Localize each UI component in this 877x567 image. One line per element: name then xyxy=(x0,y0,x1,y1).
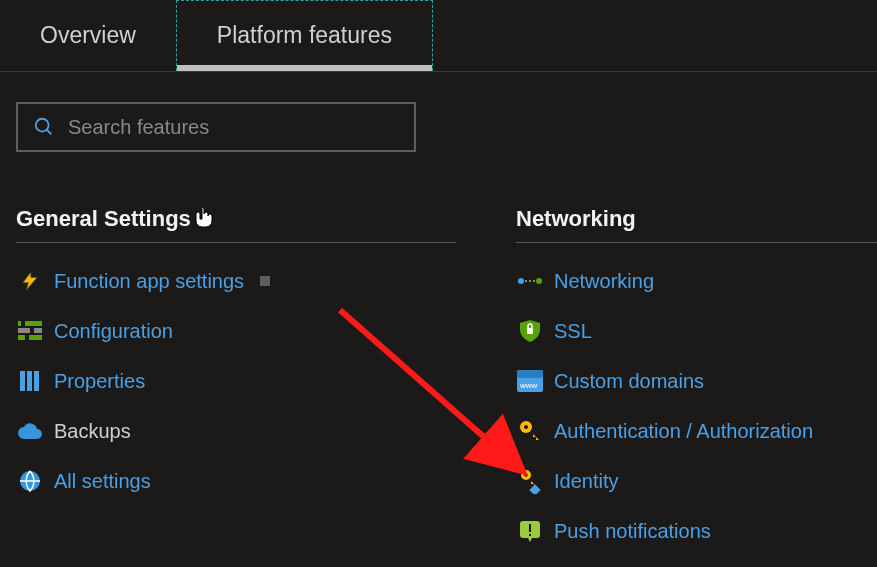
svg-line-1 xyxy=(47,130,52,135)
svg-point-21 xyxy=(524,473,528,477)
link-ssl[interactable]: SSL xyxy=(516,317,877,345)
svg-point-0 xyxy=(36,119,49,132)
link-networking[interactable]: Networking xyxy=(516,267,877,295)
link-configuration[interactable]: Configuration xyxy=(16,317,456,345)
svg-rect-14 xyxy=(527,328,533,334)
svg-point-12 xyxy=(518,278,524,284)
svg-rect-22 xyxy=(529,484,540,494)
link-all-settings[interactable]: All settings xyxy=(16,467,456,495)
link-properties[interactable]: Properties xyxy=(16,367,456,395)
link-label: Identity xyxy=(554,470,618,493)
link-identity[interactable]: Identity xyxy=(516,467,877,495)
cloud-icon xyxy=(16,417,44,445)
key-icon xyxy=(516,417,544,445)
configuration-icon xyxy=(16,317,44,345)
general-settings-heading-text: General Settings xyxy=(16,206,191,232)
link-label: All settings xyxy=(54,470,151,493)
svg-rect-16 xyxy=(517,370,543,378)
svg-rect-7 xyxy=(25,335,29,340)
link-label: Custom domains xyxy=(554,370,704,393)
link-authentication-authorization[interactable]: Authentication / Authorization xyxy=(516,417,877,445)
search-box[interactable] xyxy=(16,102,416,152)
svg-rect-9 xyxy=(27,371,32,391)
tab-overview-label: Overview xyxy=(40,22,136,49)
section-networking: Networking Networking SSL xyxy=(516,206,877,545)
svg-point-19 xyxy=(524,425,528,429)
tab-overview[interactable]: Overview xyxy=(0,0,176,71)
browser-icon: www xyxy=(516,367,544,395)
svg-rect-10 xyxy=(34,371,39,391)
svg-rect-8 xyxy=(20,371,25,391)
link-label: Properties xyxy=(54,370,145,393)
lightning-icon xyxy=(16,267,44,295)
network-icon xyxy=(516,267,544,295)
networking-heading-text: Networking xyxy=(516,206,636,232)
link-custom-domains[interactable]: www Custom domains xyxy=(516,367,877,395)
link-label: SSL xyxy=(554,320,592,343)
svg-rect-5 xyxy=(21,321,25,326)
link-label: Configuration xyxy=(54,320,173,343)
link-push-notifications[interactable]: Push notifications xyxy=(516,517,877,545)
link-label: Networking xyxy=(554,270,654,293)
section-general-settings: General Settings Function app settings xyxy=(16,206,456,545)
link-label: Authentication / Authorization xyxy=(554,420,813,443)
search-input[interactable] xyxy=(68,116,402,139)
general-settings-heading: General Settings xyxy=(16,206,456,243)
notification-icon xyxy=(516,517,544,545)
tab-platform-features-label: Platform features xyxy=(217,22,392,49)
svg-point-13 xyxy=(536,278,542,284)
link-label: Function app settings xyxy=(54,270,244,293)
pointer-cursor-icon xyxy=(195,207,215,231)
link-backups[interactable]: Backups xyxy=(16,417,456,445)
svg-rect-6 xyxy=(30,328,34,333)
svg-rect-25 xyxy=(529,534,531,536)
indicator-icon xyxy=(260,276,270,286)
networking-heading: Networking xyxy=(516,206,877,243)
link-label: Backups xyxy=(54,420,131,443)
properties-icon xyxy=(16,367,44,395)
svg-rect-4 xyxy=(18,335,42,340)
link-function-app-settings[interactable]: Function app settings xyxy=(16,267,456,295)
svg-text:www: www xyxy=(519,381,538,390)
globe-icon xyxy=(16,467,44,495)
shield-lock-icon xyxy=(516,317,544,345)
identity-key-icon xyxy=(516,467,544,495)
tab-bar: Overview Platform features xyxy=(0,0,877,72)
link-label: Push notifications xyxy=(554,520,711,543)
tab-platform-features[interactable]: Platform features xyxy=(176,0,433,71)
svg-rect-24 xyxy=(529,524,531,532)
search-icon xyxy=(30,113,58,141)
